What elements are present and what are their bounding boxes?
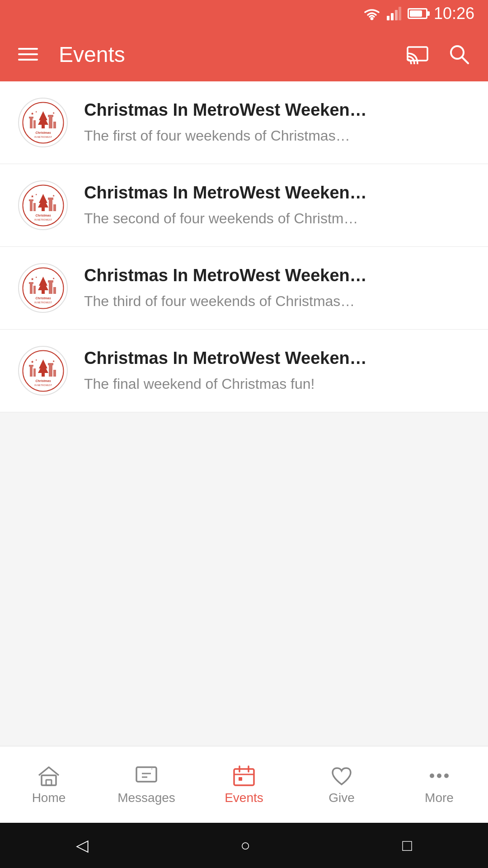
svg-text:★: ★ [31,112,34,116]
event-item[interactable]: ★ ★ ★ Christmas IN METROWEST Christmas I… [0,330,488,412]
svg-rect-41 [53,204,56,211]
cast-icon[interactable] [407,44,428,64]
svg-rect-92 [239,777,242,781]
svg-text:IN METROWEST: IN METROWEST [34,136,52,138]
nav-item-events[interactable]: Events [195,764,293,805]
status-icons: 10:26 [363,4,474,23]
messages-icon [135,764,158,787]
battery-icon [408,8,427,19]
svg-rect-29 [42,125,45,128]
svg-rect-68 [33,368,36,377]
event-description: The third of four weekends of Christmas… [84,291,470,311]
svg-text:★: ★ [52,112,55,114]
svg-rect-55 [48,280,53,283]
svg-rect-44 [42,208,45,211]
event-title: Christmas In MetroWest Weeken… [84,347,470,369]
svg-rect-66 [30,367,33,377]
event-logo: ★ ★ ★ Christmas IN METROWEST [18,180,68,230]
nav-item-more[interactable]: More [390,764,488,805]
give-icon [330,764,353,787]
nav-item-messages[interactable]: Messages [98,764,195,805]
android-back-button[interactable]: ◁ [76,836,89,855]
event-info: Christmas In MetroWest Weeken… The first… [84,99,470,146]
svg-text:IN METROWEST: IN METROWEST [34,301,52,304]
top-bar-actions [407,43,470,65]
svg-text:Christmas: Christmas [35,379,51,382]
svg-rect-38 [33,203,36,211]
svg-point-93 [430,774,434,778]
svg-rect-54 [49,283,52,294]
nav-item-give[interactable]: Give [293,764,390,805]
svg-rect-67 [29,365,33,367]
event-info: Christmas In MetroWest Weeken… The final… [84,347,470,394]
event-item[interactable]: ★ ★ ★ Christmas IN METROWEST Christmas I… [0,164,488,247]
svg-line-7 [462,57,468,63]
svg-text:Christmas: Christmas [35,131,51,134]
svg-rect-3 [395,10,398,20]
page-title: Events [59,42,407,67]
event-info: Christmas In MetroWest Weeken… The secon… [84,182,470,229]
event-item[interactable]: ★ ★ ★ Christmas IN METROWEST Christmas I… [0,81,488,164]
menu-icon[interactable] [18,48,41,61]
signal-icon [387,7,401,20]
status-bar: 10:26 [0,0,488,27]
event-info: Christmas In MetroWest Weeken… The third… [84,264,470,311]
svg-rect-70 [48,363,53,365]
svg-text:★: ★ [52,277,55,280]
android-recent-button[interactable]: □ [402,836,412,855]
event-logo: ★ ★ ★ Christmas IN METROWEST [18,263,68,313]
svg-rect-24 [49,117,52,128]
svg-point-94 [437,774,441,778]
wifi-icon [363,7,380,20]
event-title: Christmas In MetroWest Weeken… [84,264,470,287]
svg-rect-22 [29,117,33,118]
svg-text:★: ★ [31,360,34,364]
svg-text:★: ★ [31,277,34,281]
nav-item-home[interactable]: Home [0,764,98,805]
event-list-container: ★ ★ ★ Christmas IN METROWEST Christmas I… [0,81,488,412]
svg-text:IN METROWEST: IN METROWEST [34,218,52,221]
svg-rect-53 [33,286,36,294]
svg-text:IN METROWEST: IN METROWEST [34,384,52,387]
svg-rect-26 [53,122,56,128]
nav-label-events: Events [225,791,263,805]
event-description: The second of four weekends of Christm… [84,208,470,229]
event-description: The final weekend of Christmas fun! [84,374,470,394]
event-description: The first of four weekends of Christmas… [84,126,470,146]
svg-rect-88 [234,769,254,785]
event-title: Christmas In MetroWest Weeken… [84,99,470,121]
event-title: Christmas In MetroWest Weeken… [84,182,470,204]
svg-rect-4 [399,7,401,20]
svg-rect-81 [46,780,52,785]
svg-rect-51 [30,284,33,294]
bottom-nav: Home Messages Events Give [0,746,488,823]
svg-rect-36 [30,201,33,211]
svg-rect-74 [42,373,45,377]
nav-label-messages: Messages [117,791,175,805]
svg-rect-1 [387,16,389,20]
svg-text:★: ★ [52,194,55,197]
svg-rect-52 [29,282,33,284]
svg-rect-21 [30,118,33,128]
event-item[interactable]: ★ ★ ★ Christmas IN METROWEST Christmas I… [0,247,488,330]
svg-rect-37 [29,199,33,201]
svg-rect-59 [42,290,45,294]
android-home-button[interactable]: ○ [240,836,250,855]
status-time: 10:26 [434,4,474,23]
search-icon[interactable] [448,43,470,65]
home-icon [37,764,61,787]
nav-label-give: Give [328,791,355,805]
svg-point-0 [370,17,373,20]
svg-text:Christmas: Christmas [35,297,51,300]
svg-point-95 [444,774,449,778]
svg-rect-82 [136,767,156,782]
android-nav-bar: ◁ ○ □ [0,823,488,868]
svg-rect-2 [391,13,394,20]
nav-label-more: More [425,791,454,805]
svg-rect-23 [33,120,36,128]
svg-rect-56 [53,287,56,294]
nav-label-home: Home [32,791,66,805]
top-bar: Events [0,27,488,81]
svg-rect-71 [53,370,56,377]
event-logo: ★ ★ ★ Christmas IN METROWEST [18,346,68,396]
